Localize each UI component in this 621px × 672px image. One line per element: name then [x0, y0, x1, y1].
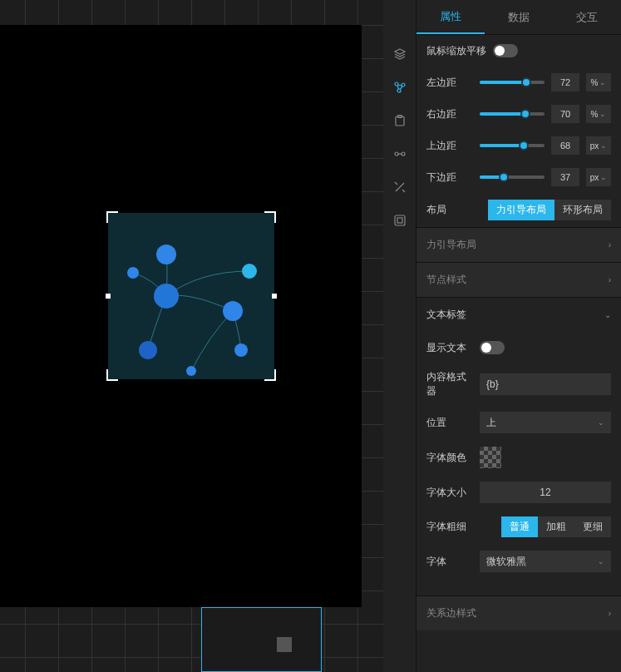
chevron-down-icon: ⌄: [598, 557, 604, 566]
margin-top-label: 上边距: [426, 139, 473, 153]
svg-point-4: [223, 301, 243, 321]
chevron-right-icon: ›: [609, 609, 611, 618]
chevron-right-icon: ›: [609, 275, 611, 284]
font-weight-group: 普通 加粗 更细: [501, 516, 611, 537]
layout-force-button[interactable]: 力引导布局: [488, 200, 554, 220]
row-font-size: 字体大小 12: [416, 475, 621, 510]
layout-button-group: 力引导布局 环形布局: [488, 200, 611, 220]
layout-label: 布局: [426, 203, 473, 217]
chevron-right-icon: ›: [609, 240, 611, 250]
mouse-zoom-pan-toggle[interactable]: [493, 44, 518, 57]
row-font-color: 字体颜色: [416, 440, 621, 475]
font-size-input[interactable]: 12: [480, 482, 611, 503]
font-color-label: 字体颜色: [426, 451, 473, 465]
row-margin-top: 上边距 px⌄: [416, 130, 621, 161]
margin-bottom-slider[interactable]: [480, 175, 545, 179]
svg-point-0: [154, 284, 179, 309]
frame-icon[interactable]: [392, 212, 408, 229]
inspector-panel: 属性 数据 交互 鼠标缩放平移 左边距 %⌄ 右边距: [383, 0, 621, 672]
section-force-layout[interactable]: 力引导布局 ›: [416, 227, 621, 262]
svg-point-5: [139, 341, 157, 359]
row-position: 位置 上 ⌄: [416, 405, 621, 440]
svg-point-14: [402, 152, 405, 156]
margin-right-input[interactable]: [551, 105, 579, 123]
weight-lighter-button[interactable]: 更细: [574, 516, 611, 537]
section-text-label-title: 文本标签: [426, 308, 466, 322]
inspector-body: 鼠标缩放平移 左边距 %⌄ 右边距 %⌄ 上边: [416, 35, 621, 672]
section-force-layout-label: 力引导布局: [426, 238, 476, 252]
margin-bottom-input[interactable]: [551, 168, 579, 186]
margin-top-slider[interactable]: [480, 144, 545, 147]
svg-point-6: [234, 343, 248, 357]
svg-point-8: [395, 82, 398, 86]
row-font-family: 字体 微软雅黑 ⌄: [416, 544, 621, 579]
row-formatter: 内容格式器 {b}: [416, 363, 621, 405]
minimap[interactable]: [201, 607, 322, 672]
weight-normal-button[interactable]: 普通: [501, 516, 538, 537]
section-node-style-label: 节点样式: [426, 273, 466, 287]
font-family-value: 微软雅黑: [486, 555, 526, 569]
formatter-input[interactable]: {b}: [480, 373, 611, 395]
layout-ring-button[interactable]: 环形布局: [554, 200, 611, 220]
show-text-toggle[interactable]: [480, 341, 505, 354]
tools-icon[interactable]: [392, 179, 408, 195]
row-font-weight: 字体粗细 普通 加粗 更细: [416, 510, 621, 544]
margin-bottom-unit[interactable]: px⌄: [586, 168, 611, 186]
section-node-style[interactable]: 节点样式 ›: [416, 262, 621, 297]
section-text-label[interactable]: 文本标签 ⌄: [416, 297, 621, 332]
font-size-value: 12: [540, 487, 550, 498]
chevron-down-icon: ⌄: [598, 418, 604, 427]
margin-bottom-label: 下边距: [426, 170, 473, 185]
margin-top-unit[interactable]: px⌄: [586, 136, 611, 155]
weight-bold-button[interactable]: 加粗: [538, 516, 574, 537]
font-family-select[interactable]: 微软雅黑 ⌄: [480, 551, 611, 572]
margin-left-unit[interactable]: %⌄: [586, 73, 611, 91]
margin-left-label: 左边距: [426, 76, 473, 90]
row-layout: 布局 力引导布局 环形布局: [416, 193, 621, 227]
mouse-zoom-pan-label: 鼠标缩放平移: [426, 44, 486, 58]
link-icon[interactable]: [392, 146, 408, 162]
inspector-tabs: 属性 数据 交互: [416, 0, 621, 35]
selected-graph-widget[interactable]: [108, 213, 274, 379]
position-select[interactable]: 上 ⌄: [480, 412, 611, 433]
row-show-text: 显示文本: [416, 332, 621, 363]
canvas-workspace[interactable]: [0, 0, 383, 672]
svg-point-13: [395, 152, 398, 156]
svg-rect-15: [395, 215, 405, 225]
position-value: 上: [486, 416, 496, 430]
position-label: 位置: [426, 416, 473, 430]
font-weight-label: 字体粗细: [426, 520, 473, 534]
svg-point-9: [402, 83, 405, 86]
clipboard-icon[interactable]: [392, 112, 408, 129]
margin-left-slider[interactable]: [480, 81, 545, 84]
tab-attributes[interactable]: 属性: [416, 0, 485, 34]
margin-right-unit[interactable]: %⌄: [586, 105, 611, 123]
tab-interaction[interactable]: 交互: [553, 0, 621, 34]
margin-right-slider[interactable]: [480, 112, 545, 116]
graph-icon[interactable]: [392, 79, 408, 96]
font-color-swatch[interactable]: [480, 447, 501, 468]
formatter-label: 内容格式器: [426, 370, 473, 398]
margin-left-input[interactable]: [551, 73, 579, 91]
inspector-toolstrip: [383, 0, 416, 672]
tab-data[interactable]: 数据: [485, 0, 553, 34]
section-edge-style-label: 关系边样式: [426, 606, 476, 620]
margin-right-label: 右边距: [426, 107, 473, 121]
layers-icon[interactable]: [392, 46, 408, 62]
font-size-label: 字体大小: [426, 486, 473, 500]
margin-top-input[interactable]: [551, 136, 579, 155]
minimap-viewport[interactable]: [277, 637, 292, 652]
svg-point-2: [127, 267, 139, 279]
inspector-main: 属性 数据 交互 鼠标缩放平移 左边距 %⌄ 右边距: [416, 0, 621, 672]
row-margin-left: 左边距 %⌄: [416, 67, 621, 98]
svg-point-7: [186, 366, 196, 376]
chevron-down-icon: ⌄: [604, 310, 611, 319]
section-edge-style[interactable]: 关系边样式 ›: [416, 595, 621, 630]
font-family-label: 字体: [426, 555, 473, 569]
show-text-label: 显示文本: [426, 341, 473, 355]
svg-point-3: [242, 264, 257, 279]
row-margin-right: 右边距 %⌄: [416, 98, 621, 130]
svg-rect-16: [397, 218, 402, 223]
row-mouse-zoom-pan: 鼠标缩放平移: [416, 35, 621, 67]
svg-point-1: [156, 245, 176, 264]
